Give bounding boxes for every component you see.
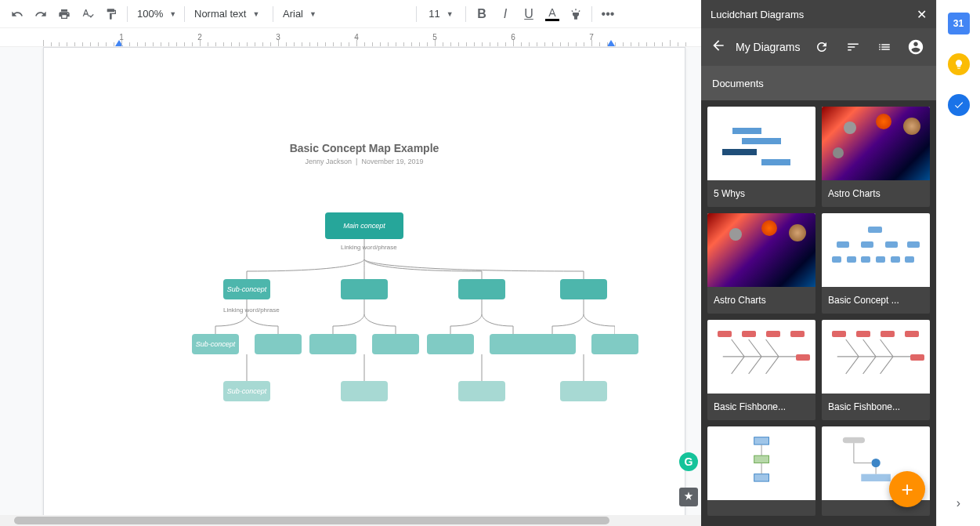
document-title: Basic Concept Map Example [44,142,685,154]
leaf-node: Sub-concept [192,334,239,354]
paragraph-style-dropdown[interactable]: Normal text▼ [190,3,268,25]
italic-button[interactable]: I [494,3,516,25]
panel-nav: My Diagrams [701,28,936,66]
paint-format-button[interactable] [100,3,122,25]
refresh-button[interactable] [811,36,833,58]
expand-rail-button[interactable]: › [956,496,960,510]
svg-point-4 [871,459,880,467]
thumbnail-gantt [707,107,815,180]
leaf-node [427,334,474,354]
leaf-node [255,334,302,354]
linking-label: Linking word/phrase [223,307,280,314]
svg-rect-3 [843,437,865,444]
sub-concept-node [458,279,505,299]
close-panel-button[interactable]: ✕ [917,7,927,22]
document-card[interactable] [707,426,815,516]
print-button[interactable] [53,3,75,25]
document-meta: Jenny Jackson | November 19, 2019 [44,158,685,165]
grammarly-icon[interactable]: G [679,452,698,471]
linking-label: Linking word/phrase [341,244,397,251]
svg-rect-0 [754,437,769,444]
thumbnail-space [822,107,930,180]
keep-icon[interactable] [948,53,970,75]
sub-concept-node [560,279,607,299]
sort-button[interactable] [842,36,864,58]
tasks-icon[interactable] [948,94,970,116]
nav-title: My Diagrams [736,41,801,53]
document-area: Basic Concept Map Example Jenny Jackson … [0,47,701,526]
thumbnail-fishbone [822,320,930,394]
explore-button[interactable] [679,488,698,506]
document-page[interactable]: Basic Concept Map Example Jenny Jackson … [43,47,685,526]
leaf-node: Sub-concept [223,381,270,401]
right-indent-marker[interactable] [607,40,615,46]
horizontal-scrollbar[interactable] [0,515,701,526]
calendar-icon[interactable]: 31 [948,13,970,34]
redo-button[interactable] [30,3,52,25]
sub-concept-node: Sub-concept [223,279,270,299]
panel-header: Lucidchart Diagrams ✕ [701,0,936,28]
leaf-node [529,334,576,354]
panel-title: Lucidchart Diagrams [711,9,804,20]
thumbnail-tree [822,213,930,287]
leaf-node [560,381,607,401]
section-header: Documents [701,66,936,100]
leaf-node [309,334,356,354]
concept-map-diagram: Main concept Linking word/phrase Sub-con… [114,212,615,463]
svg-rect-2 [754,474,769,481]
side-rail: 31 › [936,0,980,526]
document-card[interactable]: Astro Charts [822,107,930,207]
leaf-node [341,381,388,401]
document-card[interactable]: Basic Fishbone... [822,320,930,420]
account-button[interactable] [905,36,927,58]
svg-rect-5 [861,474,891,481]
underline-button[interactable]: U [518,3,540,25]
leaf-node [458,381,505,401]
thumbnail-space [707,213,815,287]
font-dropdown[interactable]: Arial▼ [278,3,411,25]
undo-button[interactable] [6,3,28,25]
leaf-node [591,334,638,354]
document-card[interactable]: 5 Whys [707,107,815,207]
sub-concept-node [341,279,388,299]
highlight-button[interactable] [565,3,587,25]
documents-grid: 5 Whys Astro Charts [701,100,936,526]
text-color-button[interactable]: A [541,3,563,25]
spellcheck-button[interactable] [77,3,99,25]
new-diagram-fab[interactable]: + [889,471,925,507]
zoom-dropdown[interactable]: 100%▼ [132,3,179,25]
document-card[interactable]: Astro Charts [707,213,815,314]
list-view-button[interactable] [873,36,895,58]
document-card[interactable]: Basic Fishbone... [707,320,815,420]
font-size-dropdown[interactable]: 11▼ [421,3,461,25]
bold-button[interactable]: B [471,3,493,25]
svg-rect-1 [754,456,769,463]
more-button[interactable]: ••• [597,3,619,25]
document-card[interactable]: Basic Concept ... [822,213,930,314]
thumbnail-flow [707,426,815,500]
main-concept-node: Main concept [325,212,403,239]
back-button[interactable] [711,38,726,56]
thumbnail-fishbone [707,320,815,394]
lucidchart-panel: Lucidchart Diagrams ✕ My Diagrams Docume… [701,0,936,526]
leaf-node [372,334,419,354]
